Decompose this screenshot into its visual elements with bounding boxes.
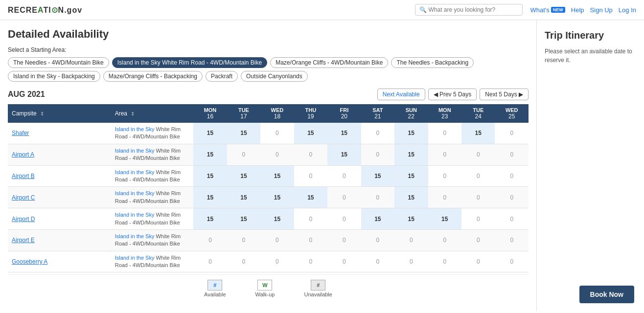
area-column-header[interactable]: Area ⇕ [111,104,194,123]
legend-available: # Available [204,280,226,297]
availability-cell-5-8: 0 [461,229,495,251]
campsite-column-header[interactable]: Campsite ⇕ [8,104,111,123]
availability-cell-4-2[interactable]: 15 [260,208,294,230]
whats-new-text[interactable]: What's [530,6,550,14]
availability-cell-2-6[interactable]: 15 [394,165,428,187]
availability-cell-4-7[interactable]: 15 [428,208,461,230]
availability-cell-1-6[interactable]: 15 [394,144,428,165]
table-row: Airport EIsland in the Sky White Rim Roa… [8,229,529,251]
filter-tag-packraft[interactable]: Packraft [206,71,238,82]
availability-cell-0-4[interactable]: 15 [327,123,361,144]
availability-cell-5-9: 0 [495,229,529,251]
table-row: Airport CIsland in the Sky White Rim Roa… [8,187,529,208]
availability-cell-0-1[interactable]: 15 [227,123,260,144]
table-row: Airport AIsland in the Sky White Rim Roa… [8,144,529,165]
availability-cell-3-2[interactable]: 15 [260,187,294,208]
legend-walkup: W Walk-up [255,280,275,297]
availability-cell-1-4[interactable]: 15 [327,144,361,165]
area-cell-0: Island in the Sky White Rim Road - 4WD/M… [111,123,194,144]
availability-cell-1-3: 0 [294,144,327,165]
availability-cell-2-8: 0 [461,165,495,187]
availability-cell-4-3: 0 [294,208,327,230]
availability-cell-4-1[interactable]: 15 [227,208,260,230]
availability-cell-4-0[interactable]: 15 [193,208,227,230]
availability-cell-3-1[interactable]: 15 [227,187,260,208]
unavailable-icon: # [311,280,325,291]
prev-5-days-button[interactable]: ◀ Prev 5 Days [428,89,477,100]
campsite-cell-5: Airport E [8,229,111,251]
day-header-MON16: MON16 [193,104,227,123]
availability-cell-0-8[interactable]: 15 [461,123,495,144]
filter-tag-needles-4wd[interactable]: The Needles - 4WD/Mountain Bike [8,57,109,68]
availability-cell-0-9: 0 [495,123,529,144]
page-title: Detailed Availability [8,28,529,41]
book-now-button[interactable]: Book Now [579,286,634,303]
availability-cell-3-3[interactable]: 15 [294,187,327,208]
filter-tag-needles-back[interactable]: The Needles - Backpacking [391,57,474,68]
availability-cell-2-1[interactable]: 15 [227,165,260,187]
campsite-name-link[interactable]: Airport D [12,216,35,223]
campsite-name-link[interactable]: Airport B [12,173,35,179]
availability-cell-5-1: 0 [227,229,260,251]
day-header-SUN22: SUN22 [394,104,428,123]
campsite-name-link[interactable]: Shafer [12,130,29,136]
availability-cell-1-9: 0 [495,144,529,165]
availability-cell-3-6[interactable]: 15 [394,187,428,208]
next-5-days-button[interactable]: Next 5 Days ▶ [480,89,529,100]
availability-cell-6-3: 0 [294,251,327,272]
day-header-FRI20: FRI20 [327,104,361,123]
availability-cell-1-2: 0 [260,144,294,165]
availability-cell-0-6[interactable]: 15 [394,123,428,144]
availability-cell-1-0[interactable]: 15 [193,144,227,165]
search-input[interactable] [429,6,518,13]
search-box[interactable]: 🔍 [415,4,523,16]
help-link[interactable]: Help [571,6,584,14]
availability-cell-6-5: 0 [361,251,394,272]
availability-cell-0-3[interactable]: 15 [294,123,327,144]
availability-cell-6-7: 0 [428,251,461,272]
availability-cell-3-0[interactable]: 15 [193,187,227,208]
filter-tag-maze-back[interactable]: Maze/Orange Cliffs - Backpacking [103,71,203,82]
filter-tags: The Needles - 4WD/Mountain BikeIsland in… [8,57,529,82]
calendar-header: AUG 2021 Next Available ◀ Prev 5 Days Ne… [8,89,529,100]
sign-up-link[interactable]: Sign Up [590,6,613,14]
campsite-name-link[interactable]: Airport C [12,194,35,201]
availability-cell-5-5: 0 [361,229,394,251]
next-available-button[interactable]: Next Available [377,89,425,100]
availability-cell-6-8: 0 [461,251,495,272]
filter-tag-island-4wd[interactable]: Island in the Sky White Rim Road - 4WD/M… [112,57,267,68]
area-sort-icon: ⇕ [131,111,135,116]
campsite-cell-0: Shafer [8,123,111,144]
table-row: Gooseberry AIsland in the Sky White Rim … [8,251,529,272]
campsite-name-link[interactable]: Airport E [12,237,35,244]
log-in-link[interactable]: Log In [619,6,636,14]
availability-cell-6-1: 0 [227,251,260,272]
availability-cell-6-6: 0 [394,251,428,272]
table-row: Airport BIsland in the Sky White Rim Roa… [8,165,529,187]
availability-cell-2-0[interactable]: 15 [193,165,227,187]
campsite-sort-icon: ⇕ [40,111,44,116]
availability-cell-0-5: 0 [361,123,394,144]
campsite-name-link[interactable]: Gooseberry A [12,258,47,265]
filter-tag-maze-4wd[interactable]: Maze/Orange Cliffs - 4WD/Mountain Bike [270,57,388,68]
availability-cell-2-2[interactable]: 15 [260,165,294,187]
filter-tag-outside[interactable]: Outside Canyonlands [241,71,308,82]
area-cell-3: Island in the Sky White Rim Road - 4WD/M… [111,187,194,208]
availability-cell-3-4: 0 [327,187,361,208]
availability-cell-2-9: 0 [495,165,529,187]
availability-cell-5-6: 0 [394,229,428,251]
availability-cell-2-5[interactable]: 15 [361,165,394,187]
header-links: What's NEW Help Sign Up Log In [530,6,636,14]
availability-cell-4-5[interactable]: 15 [361,208,394,230]
header-right: 🔍 What's NEW Help Sign Up Log In [415,4,636,16]
availability-cell-4-6[interactable]: 15 [394,208,428,230]
availability-cell-2-4: 0 [327,165,361,187]
filter-tag-island-back[interactable]: Island in the Sky - Backpacking [8,71,100,82]
campsite-name-link[interactable]: Airport A [12,151,34,158]
sidebar-description: Please select an available date to reser… [545,47,636,65]
availability-cell-0-0[interactable]: 15 [193,123,227,144]
area-cell-2: Island in the Sky White Rim Road - 4WD/M… [111,165,194,187]
campsite-cell-1: Airport A [8,144,111,165]
whats-new-link[interactable]: What's NEW [530,6,565,14]
availability-cell-0-2: 0 [260,123,294,144]
